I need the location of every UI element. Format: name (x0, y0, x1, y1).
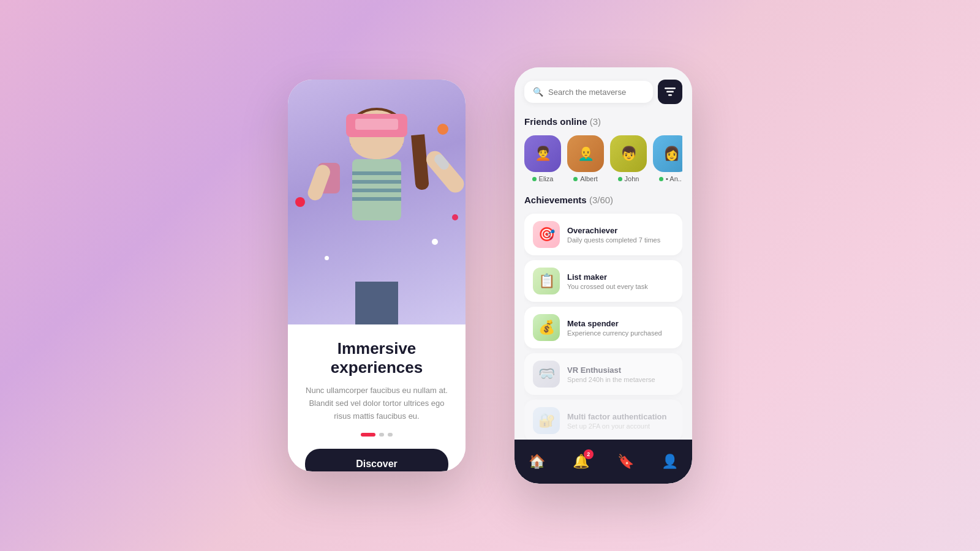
hero-description: Nunc ullamcorper faucibus eu nullam at. … (305, 384, 448, 422)
friend-item-extra[interactable]: 👩 • An... (653, 135, 682, 182)
achievement-info-listmaker: List maker You crossed out every task (567, 272, 648, 290)
char-arm-right (423, 148, 466, 196)
friends-section: Friends online (3) 🧑‍🦱 Eliza 👨‍🦲 (524, 116, 682, 195)
achievement-info-multifactor: Multi factor authentication Set up 2FA o… (567, 412, 667, 430)
achievement-title-vr: VR Enthusiast (567, 365, 655, 375)
nav-home[interactable]: 🏠 (523, 448, 550, 475)
friend-name-albert: Albert (580, 175, 598, 182)
achievement-desc-multifactor: Set up 2FA on your account (567, 422, 667, 430)
online-status-extra: • An... (659, 175, 682, 182)
char-headset (346, 114, 407, 137)
achievements-label: Achievements (524, 195, 587, 205)
discover-button[interactable]: Discover (305, 449, 448, 471)
friends-list: 🧑‍🦱 Eliza 👨‍🦲 Albert (524, 135, 682, 182)
achievements-section: Achievements (3/60) 🎯 Overachiever Daily… (524, 195, 682, 440)
char-controller (432, 152, 451, 172)
friends-count: (3) (590, 116, 601, 127)
achievement-desc-metaspender: Experience currency purchased (567, 329, 662, 337)
carousel-dot-2[interactable] (379, 433, 384, 437)
online-dot-john (618, 177, 622, 181)
achievement-title-listmaker: List maker (567, 272, 648, 282)
char-body (352, 159, 401, 220)
achievement-vr[interactable]: 🥽 VR Enthusiast Spend 240h in the metave… (524, 353, 682, 395)
right-phone: 🔍 Friends online (3) 🧑‍🦱 (514, 67, 692, 484)
achievements-count: (3/60) (589, 195, 613, 205)
search-input-wrap: 🔍 (524, 81, 653, 103)
achievement-info-overachiever: Overachiever Daily quests completed 7 ti… (567, 226, 660, 244)
achievement-info-vr: VR Enthusiast Spend 240h in the metavers… (567, 365, 655, 383)
profile-icon: 👤 (662, 454, 678, 470)
nav-notifications[interactable]: 🔔 2 (568, 448, 595, 475)
online-dot-extra (659, 177, 663, 181)
carousel-dot-1[interactable] (361, 433, 375, 437)
decorative-dot-red (452, 214, 458, 220)
nav-profile[interactable]: 👤 (657, 448, 684, 475)
online-status-eliza: Eliza (532, 175, 554, 182)
overachiever-emoji: 🎯 (538, 227, 555, 242)
avatar-face-albert: 👨‍🦲 (567, 135, 604, 172)
vr-emoji: 🥽 (538, 366, 555, 382)
achievement-title-metaspender: Meta spender (567, 319, 662, 328)
friend-item-john[interactable]: 👦 John (610, 135, 647, 182)
achievement-desc-vr: Spend 240h in the metaverse (567, 376, 655, 383)
svg-rect-1 (666, 91, 674, 93)
achievement-title-multifactor: Multi factor authentication (567, 412, 667, 421)
friend-avatar-extra: 👩 (653, 135, 682, 172)
vr-character-illustration (309, 104, 444, 324)
char-legs (355, 282, 398, 324)
achievement-multifactor[interactable]: 🔐 Multi factor authentication Set up 2FA… (524, 400, 682, 440)
filter-button[interactable] (658, 80, 682, 104)
achievement-title-overachiever: Overachiever (567, 226, 660, 235)
achievement-desc-listmaker: You crossed out every task (567, 283, 648, 290)
achievement-icon-listmaker: 📋 (533, 268, 560, 294)
online-dot-albert (573, 177, 578, 181)
online-status-albert: Albert (573, 175, 598, 182)
bookmark-icon: 🔖 (617, 454, 634, 470)
left-phone: Immersive experiences Nunc ullamcorper f… (288, 80, 466, 471)
friend-item-albert[interactable]: 👨‍🦲 Albert (567, 135, 604, 182)
search-bar: 🔍 (524, 80, 682, 104)
friend-avatar-john: 👦 (610, 135, 647, 172)
hero-title: Immersive experiences (305, 339, 448, 377)
bottom-navigation: 🏠 🔔 2 🔖 👤 (514, 440, 692, 484)
search-input[interactable] (548, 88, 644, 97)
nav-bookmark[interactable]: 🔖 (612, 448, 639, 475)
achievement-listmaker[interactable]: 📋 List maker You crossed out every task (524, 260, 682, 302)
friend-item-eliza[interactable]: 🧑‍🦱 Eliza (524, 135, 561, 182)
metaspender-emoji: 💰 (538, 320, 555, 335)
hero-image-area (288, 80, 466, 324)
friends-label: Friends online (524, 116, 587, 127)
achievement-desc-overachiever: Daily quests completed 7 times (567, 236, 660, 244)
achievement-icon-metaspender: 💰 (533, 314, 560, 341)
friend-avatar-eliza: 🧑‍🦱 (524, 135, 561, 172)
avatar-face-extra: 👩 (653, 135, 682, 172)
online-status-john: John (618, 175, 639, 182)
notification-badge: 2 (584, 449, 594, 459)
friends-section-title: Friends online (3) (524, 116, 682, 127)
achievement-icon-multifactor: 🔐 (533, 407, 560, 434)
carousel-dot-3[interactable] (388, 433, 393, 437)
listmaker-emoji: 📋 (538, 273, 555, 289)
svg-rect-2 (668, 94, 672, 96)
friend-name-john: John (625, 175, 639, 182)
home-icon: 🏠 (529, 454, 545, 470)
achievement-icon-vr: 🥽 (533, 361, 560, 388)
search-icon: 🔍 (533, 87, 543, 97)
friend-name-eliza: Eliza (539, 175, 554, 182)
avatar-face-john: 👦 (610, 135, 647, 172)
achievement-icon-overachiever: 🎯 (533, 221, 560, 248)
decorative-dot-pink (295, 197, 305, 207)
friend-name-extra: • An... (666, 175, 682, 182)
carousel-dots (305, 433, 448, 437)
friend-avatar-albert: 👨‍🦲 (567, 135, 604, 172)
phone-right-scroll-area: 🔍 Friends online (3) 🧑‍🦱 (514, 67, 692, 440)
filter-icon (665, 88, 676, 96)
achievements-section-title: Achievements (3/60) (524, 195, 682, 205)
svg-rect-0 (665, 88, 676, 89)
avatar-face-eliza: 🧑‍🦱 (524, 135, 561, 172)
achievement-metaspender[interactable]: 💰 Meta spender Experience currency purch… (524, 307, 682, 348)
multi-emoji: 🔐 (538, 413, 555, 429)
achievement-overachiever[interactable]: 🎯 Overachiever Daily quests completed 7 … (524, 214, 682, 255)
hero-content: Immersive experiences Nunc ullamcorper f… (288, 324, 466, 471)
online-dot-eliza (532, 177, 537, 181)
